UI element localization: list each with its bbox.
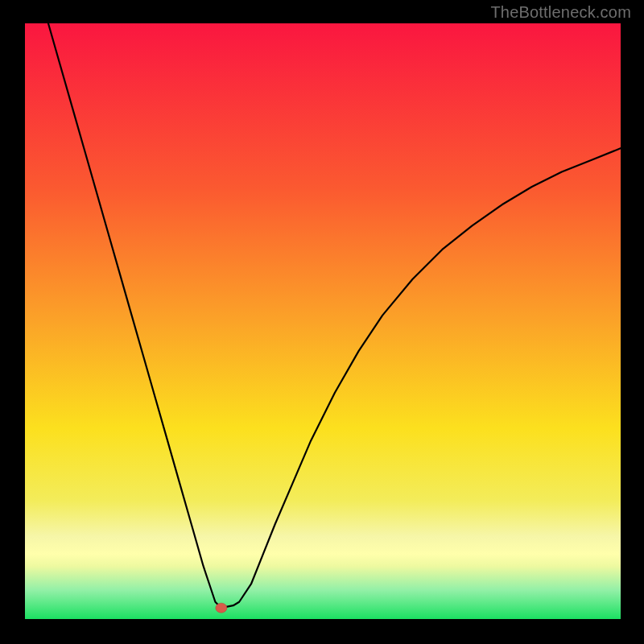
watermark-text: TheBottleneck.com: [490, 3, 631, 22]
bottleneck-chart: [0, 0, 644, 644]
optimal-point-marker: [216, 603, 227, 613]
gradient-background: [24, 23, 621, 620]
chart-frame: TheBottleneck.com: [0, 0, 644, 644]
